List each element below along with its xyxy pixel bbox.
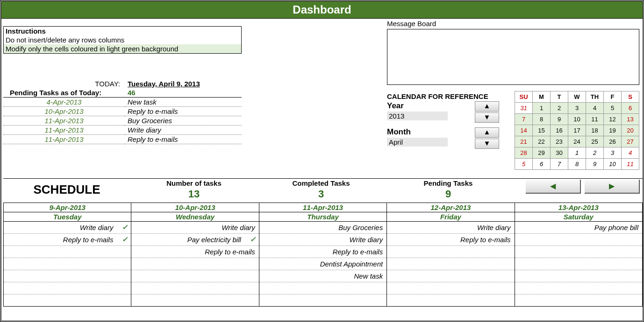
schedule-task-cell[interactable] xyxy=(4,270,131,282)
mini-cal-day[interactable]: 30 xyxy=(551,147,568,159)
schedule-task-cell[interactable] xyxy=(131,258,259,270)
schedule-task-cell[interactable] xyxy=(515,234,642,246)
year-up-button[interactable]: ▲ xyxy=(475,101,499,112)
mini-cal-day[interactable]: 12 xyxy=(604,114,622,125)
month-up-button[interactable]: ▲ xyxy=(475,127,499,138)
schedule-task-cell[interactable]: New task xyxy=(259,270,386,282)
schedule-prev-button[interactable]: ◀ xyxy=(526,180,581,194)
mini-cal-day[interactable]: 11 xyxy=(586,114,604,125)
schedule-next-button[interactable]: ▶ xyxy=(585,180,640,194)
mini-cal-day[interactable]: 7 xyxy=(551,159,568,170)
mini-cal-day[interactable]: 4 xyxy=(586,103,604,114)
mini-cal-day[interactable]: 3 xyxy=(604,147,622,159)
schedule-task-cell[interactable] xyxy=(131,270,259,282)
schedule-day-dow: Friday xyxy=(387,212,515,222)
mini-cal-day[interactable]: 13 xyxy=(622,114,639,125)
mini-cal-day[interactable]: 22 xyxy=(533,136,551,147)
mini-cal-day[interactable]: 17 xyxy=(568,125,586,136)
mini-cal-day[interactable]: 1 xyxy=(568,147,586,159)
pending-task-name: Write diary xyxy=(125,126,242,135)
mini-cal-day[interactable]: 27 xyxy=(622,136,639,147)
year-input[interactable]: 2013 xyxy=(387,112,448,120)
schedule-task-cell[interactable]: Write diary✓ xyxy=(4,222,131,234)
schedule-task-cell[interactable]: Reply to e-mails xyxy=(259,246,386,258)
schedule-task-cell[interactable] xyxy=(387,282,515,294)
mini-cal-day[interactable]: 4 xyxy=(622,147,639,159)
schedule-day-date: 12-Apr-2013 xyxy=(387,203,515,212)
schedule-task-cell[interactable]: Reply to e-mails xyxy=(387,234,515,246)
schedule-task-cell[interactable] xyxy=(515,258,642,270)
schedule-task-cell[interactable]: Reply to e-mails✓ xyxy=(4,234,131,246)
pending-task-date: 11-Apr-2013 xyxy=(3,135,125,144)
mini-cal-day[interactable]: 9 xyxy=(586,159,604,170)
mini-cal-day[interactable]: 5 xyxy=(515,159,533,170)
mini-cal-day[interactable]: 10 xyxy=(604,159,622,170)
schedule-task-cell[interactable] xyxy=(131,294,259,307)
pending-task-date: 10-Apr-2013 xyxy=(3,107,125,116)
schedule-task-text: Reply to e-mails xyxy=(263,248,383,256)
mini-cal-day[interactable]: 31 xyxy=(515,103,533,114)
schedule-task-cell[interactable] xyxy=(259,294,386,307)
schedule-task-cell[interactable] xyxy=(515,270,642,282)
pending-task-name: Buy Groceries xyxy=(125,116,242,126)
schedule-task-cell[interactable] xyxy=(4,258,131,270)
schedule-task-cell[interactable]: Write diary xyxy=(387,222,515,234)
schedule-task-cell[interactable] xyxy=(131,282,259,294)
schedule-task-cell[interactable]: Write diary xyxy=(259,234,386,246)
mini-cal-day[interactable]: 8 xyxy=(533,114,551,125)
mini-cal-day[interactable]: 14 xyxy=(515,125,533,136)
mini-cal-day[interactable]: 7 xyxy=(515,114,533,125)
content-area: Instructions Do not insert/delete any ro… xyxy=(1,19,643,319)
month-down-button[interactable]: ▼ xyxy=(475,139,499,149)
schedule-task-cell[interactable] xyxy=(4,282,131,294)
mini-cal-day[interactable]: 3 xyxy=(568,103,586,114)
mini-cal-day[interactable]: 18 xyxy=(586,125,604,136)
year-down-button[interactable]: ▼ xyxy=(475,112,499,123)
schedule-task-cell[interactable]: Buy Groceries xyxy=(259,222,386,234)
mini-cal-day[interactable]: 11 xyxy=(622,159,639,170)
schedule-task-cell[interactable] xyxy=(515,294,642,307)
schedule-task-cell[interactable] xyxy=(259,282,386,294)
mini-cal-day[interactable]: 2 xyxy=(551,103,568,114)
schedule-task-cell[interactable] xyxy=(387,246,515,258)
mini-cal-day[interactable]: 8 xyxy=(568,159,586,170)
schedule-task-cell[interactable]: Reply to e-mails xyxy=(131,246,259,258)
mini-cal-day[interactable]: 5 xyxy=(604,103,622,114)
mini-cal-day[interactable]: 19 xyxy=(604,125,622,136)
mini-cal-day[interactable]: 16 xyxy=(551,125,568,136)
mini-cal-day[interactable]: 24 xyxy=(568,136,586,147)
completed-tasks-value: 3 xyxy=(258,188,385,201)
mini-cal-dow: M xyxy=(533,91,551,103)
schedule-task-cell[interactable]: Pay electricity bill✓ xyxy=(131,234,259,246)
mini-cal-day[interactable]: 6 xyxy=(622,103,639,114)
mini-cal-day[interactable]: 21 xyxy=(515,136,533,147)
mini-cal-day[interactable]: 10 xyxy=(568,114,586,125)
schedule-task-cell[interactable] xyxy=(387,294,515,307)
mini-cal-day[interactable]: 2 xyxy=(586,147,604,159)
message-board-input[interactable] xyxy=(387,29,639,85)
schedule-task-cell[interactable] xyxy=(387,270,515,282)
schedule-task-cell[interactable] xyxy=(4,294,131,307)
schedule-task-cell[interactable] xyxy=(387,258,515,270)
schedule-task-cell[interactable]: Pay phone bill xyxy=(515,222,642,234)
schedule-task-cell[interactable]: Dentist Appointment xyxy=(259,258,386,270)
schedule-task-cell[interactable]: Write diary xyxy=(131,222,259,234)
mini-cal-day[interactable]: 28 xyxy=(515,147,533,159)
mini-cal-day[interactable]: 1 xyxy=(533,103,551,114)
mini-cal-day[interactable]: 9 xyxy=(551,114,568,125)
schedule-task-cell[interactable] xyxy=(515,246,642,258)
mini-cal-day[interactable]: 29 xyxy=(533,147,551,159)
schedule-day-date: 13-Apr-2013 xyxy=(515,203,642,212)
mini-cal-day[interactable]: 26 xyxy=(604,136,622,147)
mini-cal-day[interactable]: 20 xyxy=(622,125,639,136)
schedule-task-text: Pay electricity bill xyxy=(135,236,255,244)
schedule-day-dow: Wednesday xyxy=(131,212,259,222)
schedule-task-text: Buy Groceries xyxy=(263,224,383,231)
mini-cal-day[interactable]: 25 xyxy=(586,136,604,147)
mini-cal-day[interactable]: 23 xyxy=(551,136,568,147)
schedule-task-cell[interactable] xyxy=(4,246,131,258)
mini-cal-day[interactable]: 15 xyxy=(533,125,551,136)
mini-cal-day[interactable]: 6 xyxy=(533,159,551,170)
month-input[interactable]: April xyxy=(387,138,448,147)
schedule-task-cell[interactable] xyxy=(515,282,642,294)
